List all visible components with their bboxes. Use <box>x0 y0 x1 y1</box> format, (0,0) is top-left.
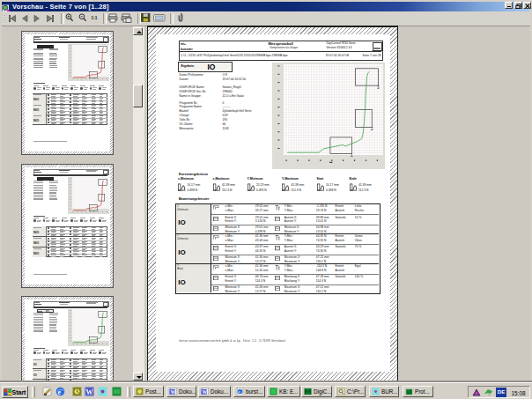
svg-text:W: W <box>85 388 92 396</box>
svg-text:W: W <box>170 389 175 395</box>
svg-text:2: 2 <box>371 127 373 131</box>
svg-text:e: e <box>58 388 62 396</box>
svg-text:3: 3 <box>377 85 380 90</box>
svg-text:W: W <box>202 389 207 395</box>
svg-text:1: 1 <box>351 153 353 158</box>
